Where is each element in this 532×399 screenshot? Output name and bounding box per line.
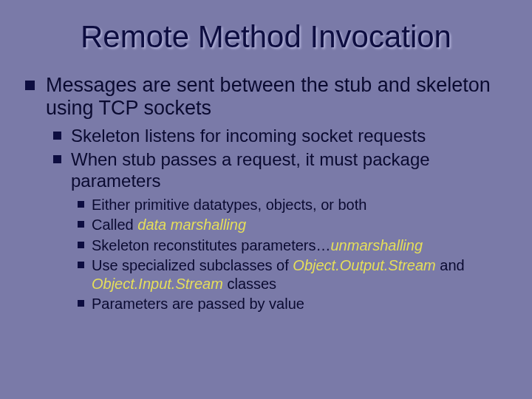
list-item: When stub passes a request, it must pack… [50, 149, 510, 313]
bullet-text: Parameters are passed by value [92, 296, 304, 312]
bullet-list-level2: Skeleton listens for incoming socket req… [50, 126, 510, 313]
bullet-text: Called [92, 216, 137, 233]
list-item: Parameters are passed by value [75, 295, 510, 313]
emphasis-text: Object.Output.Stream [293, 257, 435, 273]
bullet-list-level1: Messages are sent between the stub and s… [22, 74, 510, 313]
bullet-text: Use specialized subclasses of [92, 257, 293, 273]
emphasis-text: unmarshalling [331, 237, 423, 253]
list-item: Use specialized subclasses of Object.Out… [75, 256, 510, 293]
bullet-text: Skeleton listens for incoming socket req… [71, 126, 426, 146]
bullet-text: When stub passes a request, it must pack… [71, 149, 430, 190]
slide-title: Remote Method Invocation [22, 19, 510, 55]
list-item: Skeleton listens for incoming socket req… [50, 126, 510, 146]
bullet-list-level3: Either primitive datatypes, objects, or … [75, 196, 510, 313]
list-item: Messages are sent between the stub and s… [22, 74, 510, 313]
bullet-text: classes [223, 276, 276, 292]
bullet-text: Messages are sent between the stub and s… [46, 74, 491, 119]
list-item: Called data marshalling [75, 216, 510, 233]
bullet-text: Skeleton reconstitutes parameters… [92, 237, 331, 253]
bullet-text: and [436, 257, 465, 273]
list-item: Either primitive datatypes, objects, or … [75, 196, 510, 214]
emphasis-text: Object.Input.Stream [92, 276, 223, 292]
slide: Remote Method Invocation Messages are se… [0, 0, 532, 399]
bullet-text: Either primitive datatypes, objects, or … [92, 197, 366, 213]
emphasis-text: data marshalling [137, 216, 246, 233]
list-item: Skeleton reconstitutes parameters…unmars… [75, 236, 510, 254]
